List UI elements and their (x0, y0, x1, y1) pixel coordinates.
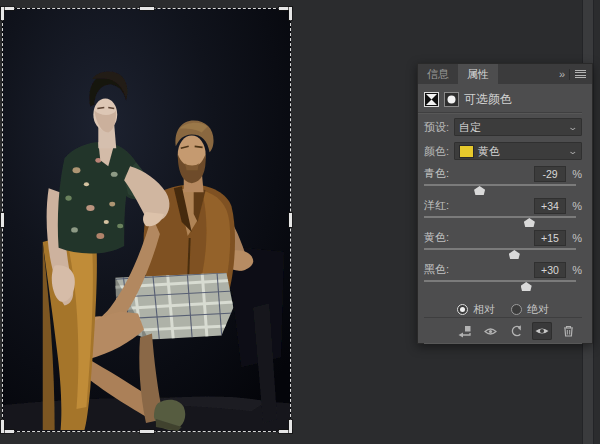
yellow-slider-track[interactable] (424, 248, 576, 250)
transform-handle-middle-right[interactable] (289, 213, 292, 227)
reset-icon[interactable] (506, 322, 526, 340)
properties-panel: 信息 属性 » 可选颜色 预设: 自 (417, 63, 593, 344)
transform-handle-top-center[interactable] (140, 7, 154, 10)
collapse-panel-icon[interactable]: » (559, 69, 564, 80)
radio-selected-icon (457, 304, 468, 315)
transform-handle-bottom-center[interactable] (140, 430, 154, 433)
black-slider-thumb[interactable] (521, 282, 532, 291)
tab-info[interactable]: 信息 (418, 64, 458, 84)
relative-radio[interactable]: 相对 (457, 302, 495, 317)
cyan-value-input[interactable]: -29 (534, 166, 566, 182)
photo-two-men (3, 9, 290, 431)
slider-black: 黑色: +30 % (424, 262, 582, 291)
preset-label: 预设: (424, 120, 454, 135)
slider-cyan: 青色: -29 % (424, 166, 582, 195)
yellow-slider-thumb[interactable] (509, 250, 520, 259)
panel-footer (424, 317, 582, 344)
black-value-input[interactable]: +30 (534, 262, 566, 278)
panel-tab-bar: 信息 属性 » (418, 64, 592, 84)
slider-magenta: 洋红: +34 % (424, 198, 582, 227)
magenta-value-input[interactable]: +34 (534, 198, 566, 214)
radio-unselected-icon (511, 304, 522, 315)
layer-mask-icon[interactable] (444, 92, 459, 107)
absolute-radio[interactable]: 绝对 (511, 302, 549, 317)
canvas-document[interactable] (2, 8, 291, 432)
clip-to-layer-icon[interactable] (454, 322, 474, 340)
transform-handle-top-left[interactable] (1, 7, 4, 20)
cyan-slider-track[interactable] (424, 184, 576, 186)
cyan-slider-thumb[interactable] (474, 186, 485, 195)
delete-adjustment-icon[interactable] (558, 322, 578, 340)
view-previous-state-icon[interactable] (480, 322, 500, 340)
color-label: 颜色: (424, 144, 454, 159)
magenta-slider-thumb[interactable] (524, 218, 535, 227)
panel-menu-icon[interactable] (575, 70, 586, 79)
selective-color-icon (424, 92, 439, 107)
transform-handle-bottom-left[interactable] (1, 420, 4, 433)
separator (418, 112, 582, 113)
magenta-slider-track[interactable] (424, 216, 576, 218)
tab-properties[interactable]: 属性 (458, 64, 498, 84)
slider-yellow: 黄色: +15 % (424, 230, 582, 259)
yellow-swatch (459, 145, 474, 158)
preset-dropdown[interactable]: 自定 ⌄ (454, 118, 582, 136)
transform-handle-middle-left[interactable] (1, 213, 4, 227)
chevron-down-icon: ⌄ (568, 122, 579, 132)
transform-handle-top-right[interactable] (289, 7, 292, 20)
chevron-down-icon: ⌄ (568, 146, 579, 156)
black-slider-track[interactable] (424, 280, 576, 282)
mode-selector: 相对 绝对 (424, 302, 582, 317)
color-dropdown[interactable]: 黄色 ⌄ (454, 142, 582, 160)
yellow-value-input[interactable]: +15 (534, 230, 566, 246)
adjustment-title: 可选颜色 (464, 91, 512, 108)
transform-handle-bottom-right[interactable] (289, 420, 292, 433)
toggle-visibility-icon[interactable] (532, 322, 552, 340)
